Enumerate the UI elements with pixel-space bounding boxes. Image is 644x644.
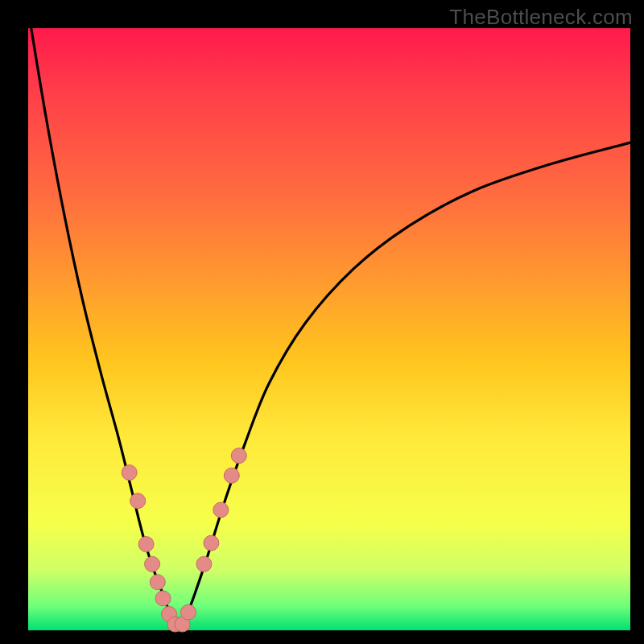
- curve-right: [179, 142, 630, 627]
- chart-frame: TheBottleneck.com: [0, 0, 644, 644]
- plot-area: [28, 28, 630, 630]
- scatter-dot: [150, 575, 165, 590]
- scatter-dot: [155, 591, 171, 606]
- watermark-text: TheBottleneck.com: [449, 5, 633, 30]
- scatter-dot: [204, 535, 219, 551]
- scatter-dot: [122, 465, 137, 481]
- scatter-dot: [180, 605, 196, 620]
- scatter-dots: [122, 448, 246, 632]
- curve-left: [31, 28, 179, 627]
- scatter-dot: [138, 537, 154, 552]
- scatter-dot: [231, 448, 246, 464]
- scatter-dot: [213, 502, 229, 518]
- scatter-dot: [224, 468, 239, 483]
- scatter-dot: [145, 556, 160, 572]
- scatter-dot: [196, 556, 212, 572]
- chart-svg: [28, 28, 630, 630]
- scatter-dot: [130, 493, 146, 509]
